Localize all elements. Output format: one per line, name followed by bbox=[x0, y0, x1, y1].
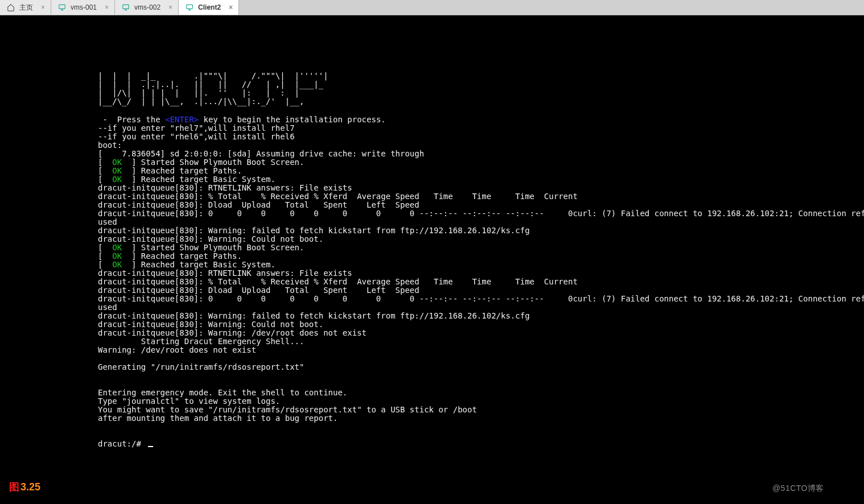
figure-prefix: 图 bbox=[9, 480, 19, 494]
tab-label: vms-002 bbox=[134, 3, 161, 11]
svg-rect-1 bbox=[123, 5, 129, 9]
tab-home[interactable]: 主页 × bbox=[0, 0, 51, 15]
shell-prompt[interactable]: dracut:/# bbox=[98, 439, 146, 448]
terminal-line: after mounting them and attach it to a b… bbox=[98, 414, 338, 423]
terminal-line: [ 7.836054] sd 2:0:0:0: [sda] Assuming d… bbox=[98, 149, 424, 158]
figure-number: 3.25 bbox=[20, 481, 40, 493]
tab-client2[interactable]: Client2 × bbox=[179, 0, 239, 15]
tab-vms-002[interactable]: vms-002 × bbox=[115, 0, 179, 15]
tab-label: vms-001 bbox=[71, 3, 97, 11]
terminal-line: - Press the bbox=[98, 115, 165, 124]
terminal-line: dracut-initqueue[830]: Warning: Could no… bbox=[98, 234, 323, 243]
tab-vms-001[interactable]: vms-001 × bbox=[51, 0, 115, 15]
cursor-icon bbox=[148, 446, 153, 447]
terminal-line: --if you enter "rhel6",will install rhel… bbox=[98, 132, 295, 141]
terminal-line: boot: bbox=[98, 141, 122, 150]
terminal-line: dracut-initqueue[830]: 0 0 0 0 0 0 0 0 -… bbox=[98, 209, 864, 218]
close-icon[interactable]: × bbox=[168, 3, 172, 11]
terminal-line: dracut-initqueue[830]: Dload Upload Tota… bbox=[98, 286, 419, 295]
ok-tag: [ OK ] Started Show Plymouth Boot Screen… bbox=[98, 243, 304, 252]
terminal-line: Type "journalctl" to view system logs. bbox=[98, 396, 280, 406]
tab-bar-spacer bbox=[239, 0, 864, 15]
terminal-output[interactable]: | | | _|_ .|"""\| /."""\| |'''''| | | | … bbox=[0, 15, 864, 504]
enter-key-hint: <ENTER> bbox=[165, 115, 199, 124]
monitor-icon bbox=[122, 3, 130, 11]
svg-rect-0 bbox=[59, 5, 65, 9]
figure-caption: 图3.25 bbox=[9, 480, 40, 494]
ok-tag: [ OK ] Reached target Paths. bbox=[98, 166, 242, 175]
svg-rect-2 bbox=[187, 5, 193, 9]
ok-tag: [ OK ] Reached target Basic System. bbox=[98, 175, 275, 184]
terminal-line: used bbox=[98, 303, 117, 312]
ok-tag: [ OK ] Reached target Basic System. bbox=[98, 260, 275, 269]
terminal-line: dracut-initqueue[830]: RTNETLINK answers… bbox=[98, 268, 352, 278]
terminal-line: key to begin the installation process. bbox=[199, 115, 386, 124]
ascii-banner: | | | _|_ .|"""\| /."""\| |'''''| | | | … bbox=[98, 72, 864, 106]
terminal-line: dracut-initqueue[830]: Warning: failed t… bbox=[98, 311, 530, 320]
terminal-line: --if you enter "rhel7",will install rhel… bbox=[98, 123, 295, 133]
terminal-line: dracut-initqueue[830]: 0 0 0 0 0 0 0 0 -… bbox=[98, 294, 864, 303]
close-icon[interactable]: × bbox=[105, 3, 109, 11]
terminal-line: Starting Dracut Emergency Shell... bbox=[98, 337, 304, 346]
watermark-text: @51CTO博客 bbox=[772, 484, 824, 494]
close-icon[interactable]: × bbox=[41, 3, 45, 11]
monitor-icon bbox=[186, 3, 194, 11]
home-icon bbox=[7, 3, 15, 11]
tab-label: Client2 bbox=[198, 3, 221, 11]
terminal-line: dracut-initqueue[830]: RTNETLINK answers… bbox=[98, 183, 352, 192]
terminal-line: Warning: /dev/root does not exist bbox=[98, 345, 256, 354]
ok-tag: [ OK ] Reached target Paths. bbox=[98, 251, 242, 261]
tab-label: 主页 bbox=[19, 3, 33, 13]
monitor-icon bbox=[58, 3, 66, 11]
tab-bar: 主页 × vms-001 × vms-002 × Client2 × bbox=[0, 0, 864, 15]
terminal-line: dracut-initqueue[830]: Dload Upload Tota… bbox=[98, 200, 419, 209]
terminal-line: dracut-initqueue[830]: Warning: failed t… bbox=[98, 226, 530, 235]
terminal-line: dracut-initqueue[830]: Warning: Could no… bbox=[98, 320, 323, 329]
close-icon[interactable]: × bbox=[229, 3, 233, 11]
terminal-line: used bbox=[98, 217, 117, 226]
terminal-line: dracut-initqueue[830]: % Total % Receive… bbox=[98, 192, 578, 201]
terminal-line: Entering emergency mode. Exit the shell … bbox=[98, 388, 347, 397]
terminal-line: dracut-initqueue[830]: % Total % Receive… bbox=[98, 277, 578, 286]
terminal-line: Generating "/run/initramfs/rdsosreport.t… bbox=[98, 362, 304, 371]
ok-tag: [ OK ] Started Show Plymouth Boot Screen… bbox=[98, 158, 304, 167]
terminal-line: dracut-initqueue[830]: Warning: /dev/roo… bbox=[98, 328, 367, 337]
terminal-line: You might want to save "/run/initramfs/r… bbox=[98, 405, 477, 414]
